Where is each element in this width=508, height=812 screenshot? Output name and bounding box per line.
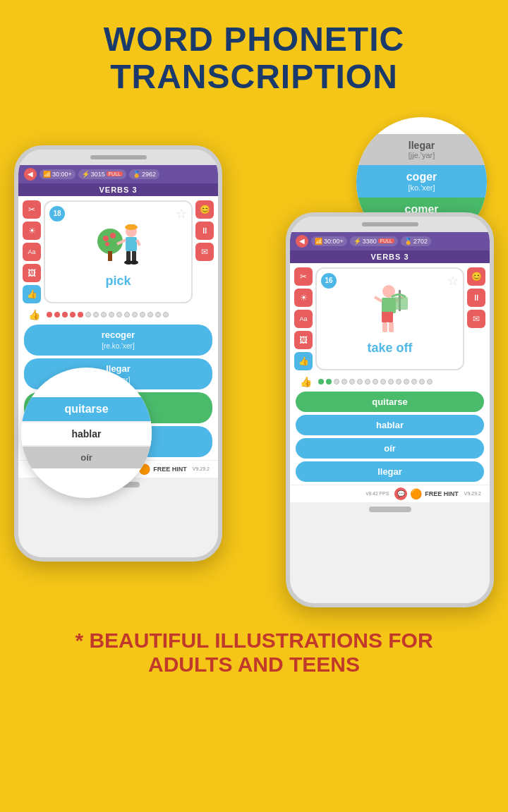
answer-1-right[interactable]: quitarse	[296, 392, 484, 412]
sun-btn[interactable]: ☀	[23, 222, 41, 240]
card-area-left: ✂ ☀ Aa 🖼 👍 18 ☆	[18, 196, 218, 308]
section-title-left: VERBS 3	[18, 183, 218, 196]
flash-card-right: 16 ☆	[315, 267, 464, 370]
thumb-btn[interactable]: 👍	[23, 285, 41, 303]
svg-rect-22	[389, 322, 394, 332]
right-buttons-left: 😊 ⏸ ✉	[195, 200, 214, 303]
mail-btn-right[interactable]: ✉	[467, 310, 485, 328]
answer-1-left[interactable]: recoger[re.ko.'xer]	[24, 325, 212, 356]
mail-btn-left[interactable]: ✉	[195, 243, 214, 261]
right-buttons-right: 😊 ⏸ ✉	[467, 267, 485, 370]
image-btn[interactable]: 🖼	[23, 264, 41, 282]
status-bar-right: ◀ 📶 30:00+ ⚡ 3380 FULL 🏅 2702	[290, 232, 490, 250]
pause-btn-left[interactable]: ⏸	[195, 222, 214, 240]
face-btn-right[interactable]: 😊	[467, 267, 485, 286]
status-bar-left: ◀ 📶 30:00+ ⚡ 3015 FULL 🏅 2962	[18, 165, 218, 183]
svg-rect-24	[394, 297, 408, 310]
hint-icon-right: 💬	[394, 487, 407, 500]
phone-right-screen: ◀ 📶 30:00+ ⚡ 3380 FULL 🏅 2702 VERBS 3	[290, 232, 490, 502]
star-icon-left[interactable]: ☆	[176, 206, 187, 222]
progress-dots-right: 👍	[290, 375, 490, 389]
pause-btn-right[interactable]: ⏸	[467, 289, 485, 307]
sun-btn-r[interactable]: ☀	[294, 289, 313, 307]
svg-point-3	[110, 233, 116, 238]
svg-point-14	[130, 260, 138, 265]
phones-area: llegar [jje.'yar] coger [ko.'xer] comer …	[7, 103, 501, 618]
svg-rect-17	[382, 312, 387, 322]
answer-4-right[interactable]: llegar	[296, 461, 484, 482]
card-area-right: ✂ ☀ Aa 🖼 👍 16 ☆	[290, 263, 490, 375]
title: WORD PHONETIC TRANSCRIPTION	[14, 21, 494, 96]
phone-left: ◀ 📶 30:00+ ⚡ 3015 FULL 🏅 2962 VERBS 3	[14, 145, 222, 562]
phone-left-notch	[18, 150, 218, 165]
text-btn[interactable]: Aa	[23, 243, 41, 261]
svg-rect-21	[382, 322, 387, 332]
star-icon-right[interactable]: ☆	[447, 273, 459, 289]
svg-line-19	[375, 297, 382, 301]
section-title-right: VERBS 3	[290, 250, 490, 263]
svg-rect-8	[126, 237, 137, 251]
phone-right-notch	[290, 217, 490, 232]
back-button-right[interactable]: ◀	[296, 235, 308, 248]
svg-rect-7	[128, 224, 135, 229]
svg-point-2	[103, 236, 109, 241]
scissors-btn-r[interactable]: ✂	[294, 267, 313, 286]
card-illustration-right	[362, 281, 418, 338]
thumb-btn-r[interactable]: 👍	[294, 352, 313, 370]
answer-3-right[interactable]: oír	[296, 438, 484, 459]
side-buttons-left: ✂ ☀ Aa 🖼 👍	[23, 200, 41, 303]
answers-right: quitarse hablar oír llegar	[290, 389, 490, 485]
svg-point-0	[97, 229, 123, 254]
svg-rect-18	[387, 312, 393, 322]
text-btn-r[interactable]: Aa	[294, 310, 313, 328]
svg-point-4	[105, 242, 109, 246]
footer-text: * BEAUTIFUL ILLUSTRATIONS FOR ADULTS AND…	[14, 629, 494, 677]
header: WORD PHONETIC TRANSCRIPTION	[0, 0, 508, 103]
svg-line-10	[137, 240, 140, 246]
face-btn-left[interactable]: 😊	[195, 200, 214, 219]
back-button-left[interactable]: ◀	[24, 168, 37, 181]
hint-bar-right: v9.42 FPS 💬 🟠 FREE HINT V9.29.2	[290, 485, 490, 502]
footer: * BEAUTIFUL ILLUSTRATIONS FOR ADULTS AND…	[0, 618, 508, 691]
side-buttons-right: ✂ ☀ Aa 🖼 👍	[294, 267, 313, 370]
flash-card-left: 18 ☆	[44, 200, 193, 303]
scissors-btn[interactable]: ✂	[23, 200, 41, 219]
svg-rect-1	[108, 251, 112, 261]
answer-2-right[interactable]: hablar	[296, 415, 484, 435]
image-btn-r[interactable]: 🖼	[294, 331, 313, 349]
progress-dots-left: 👍	[18, 308, 218, 322]
bubble-left: quitarse hablar oír	[21, 368, 152, 498]
home-bar-right	[290, 502, 490, 516]
phone-right: ◀ 📶 30:00+ ⚡ 3380 FULL 🏅 2702 VERBS 3	[286, 212, 494, 607]
card-illustration-left	[90, 214, 147, 271]
